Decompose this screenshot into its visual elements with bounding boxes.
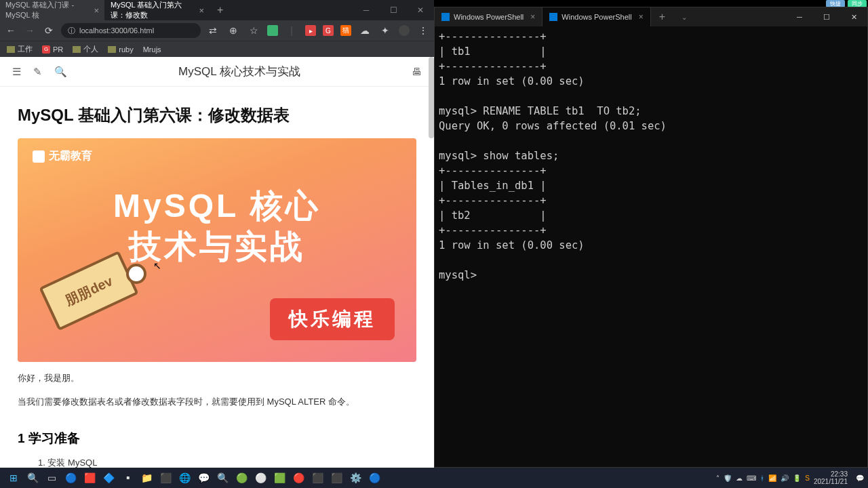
bookmark-work[interactable]: 工作 xyxy=(7,44,33,54)
divider: | xyxy=(285,25,298,36)
menu-icon[interactable]: ⋮ xyxy=(416,25,430,36)
profile-icon[interactable] xyxy=(399,25,410,36)
notif-icon[interactable]: 💬 xyxy=(856,474,864,482)
maximize-button[interactable]: ☐ xyxy=(813,7,840,26)
tray-chevron-icon[interactable]: ˄ xyxy=(716,474,719,482)
print-icon[interactable]: 🖶 xyxy=(412,66,422,77)
app-icon[interactable]: ⬛ xyxy=(309,469,326,487)
ext-cloud-icon[interactable]: ☁ xyxy=(358,25,372,36)
bookmark-mrujs[interactable]: Mrujs xyxy=(143,45,161,54)
brand-label: 无霸教育 xyxy=(33,149,92,163)
banner-tag: 朋朋dev xyxy=(45,233,153,342)
folder-icon xyxy=(7,46,15,53)
brush-icon[interactable]: ✎ xyxy=(33,66,42,78)
close-icon[interactable]: × xyxy=(94,5,99,16)
tray-icon[interactable]: ⌨ xyxy=(747,474,756,482)
browser-tab-0[interactable]: MySQL 基础入门课 - MySQL 核 × xyxy=(0,0,105,20)
app-icon[interactable]: 🟢 xyxy=(233,469,250,487)
scrollbar[interactable] xyxy=(429,57,434,138)
cursor-icon: ↖ xyxy=(153,260,161,271)
search-app-icon[interactable]: 🔍 xyxy=(214,469,231,487)
taskview-icon[interactable]: ▭ xyxy=(43,469,60,487)
bookmark-ruby[interactable]: ruby xyxy=(108,45,133,54)
clock[interactable]: 22:33 2021/11/21 xyxy=(814,470,852,485)
app-icon[interactable]: 🔷 xyxy=(100,469,117,487)
terminal-window: Windows PowerShell × Windows PowerShell … xyxy=(434,7,868,468)
forward-button[interactable]: → xyxy=(23,25,37,36)
ext-orange-icon[interactable]: 猫 xyxy=(340,25,351,36)
app-icon[interactable]: 🔵 xyxy=(62,469,79,487)
close-icon[interactable]: × xyxy=(639,12,644,22)
search-icon[interactable]: 🔍 xyxy=(24,469,41,487)
tag-label: 朋朋dev xyxy=(39,251,138,331)
ext-puzzle-icon[interactable]: ✦ xyxy=(378,25,392,36)
tray-wifi-icon[interactable]: 📶 xyxy=(768,474,776,482)
extension-icons: ⇄ ⊕ ☆ | ▸ G 猫 ☁ ✦ ⋮ xyxy=(206,25,430,36)
maximize-button[interactable]: ☐ xyxy=(380,0,407,20)
close-icon[interactable]: × xyxy=(530,12,535,22)
g-icon: G xyxy=(42,45,50,54)
terminal-tab-0[interactable]: Windows PowerShell × xyxy=(435,7,542,26)
ext-green-icon[interactable] xyxy=(267,25,278,36)
menu-icon[interactable]: ☰ xyxy=(12,66,21,78)
terminal-tab-bar: Windows PowerShell × Windows PowerShell … xyxy=(435,7,867,26)
browser-window: MySQL 基础入门课 - MySQL 核 × MySQL 基础入门第六课：修改… xyxy=(0,0,434,468)
minimize-button[interactable]: ─ xyxy=(786,7,813,26)
article-heading: MySQL 基础入门第六课：修改数据表 xyxy=(18,104,416,126)
minimize-button[interactable]: ─ xyxy=(353,0,380,20)
app-icon[interactable]: 🔴 xyxy=(290,469,307,487)
tray-bluetooth-icon[interactable]: ᚼ xyxy=(760,474,764,482)
powershell-icon xyxy=(441,13,450,21)
start-button[interactable]: ⊞ xyxy=(5,469,22,487)
tray-icon[interactable]: ☁ xyxy=(736,474,743,482)
cta-badge: 快乐编程 xyxy=(270,298,395,340)
paragraph: 当我们需要修改数据表名或者修改数据表字段时，就需要使用到 MySQL ALTER… xyxy=(18,395,416,409)
terminal-tab-1[interactable]: Windows PowerShell × xyxy=(542,7,650,26)
ring-icon xyxy=(126,264,146,284)
system-tray: ˄ 🛡️ ☁ ⌨ ᚼ 📶 🔊 🔋 S 22:33 2021/11/21 💬 xyxy=(716,470,864,485)
search-icon[interactable]: 🔍 xyxy=(54,66,67,78)
close-button[interactable]: ✕ xyxy=(840,7,867,26)
course-banner: 无霸教育 MySQL 核心技术与实战 朋朋dev 快乐编程 ↖ xyxy=(18,138,416,362)
url-text: localhost:3000/06.html xyxy=(79,26,154,35)
dropdown-icon[interactable]: ⌄ xyxy=(673,14,695,21)
url-input[interactable]: ⓘ localhost:3000/06.html xyxy=(61,23,201,38)
excel-icon[interactable]: 🟩 xyxy=(271,469,288,487)
terminal-output[interactable]: +---------------+ | tb1 | +-------------… xyxy=(435,26,867,467)
reload-button[interactable]: ⟳ xyxy=(42,25,56,36)
terminal-icon[interactable]: ⬛ xyxy=(157,469,174,487)
browser-tab-1[interactable]: MySQL 基础入门第六课：修改数 × xyxy=(105,0,210,20)
wechat-icon[interactable]: 💬 xyxy=(195,469,212,487)
tray-icon[interactable]: S xyxy=(805,474,810,482)
app-icon[interactable]: 🟥 xyxy=(81,469,98,487)
close-button[interactable]: ✕ xyxy=(407,0,434,20)
app-icon[interactable]: ⚙️ xyxy=(347,469,364,487)
explorer-icon[interactable]: 📁 xyxy=(138,469,155,487)
bookmark-personal[interactable]: 个人 xyxy=(73,44,98,54)
folder-icon xyxy=(108,46,116,53)
close-icon[interactable]: × xyxy=(199,5,204,16)
ext-red2-icon[interactable]: G xyxy=(323,25,334,36)
tab-title: MySQL 基础入门课 - MySQL 核 xyxy=(5,0,90,20)
app-icon[interactable]: ⚪ xyxy=(252,469,269,487)
new-tab-button[interactable]: + xyxy=(651,11,673,23)
translate-icon[interactable]: ⇄ xyxy=(206,25,220,36)
tab-label: Windows PowerShell xyxy=(454,13,524,21)
app-icon[interactable]: ⬛ xyxy=(328,469,345,487)
back-button[interactable]: ← xyxy=(4,25,18,36)
paragraph: 你好，我是朋。 xyxy=(18,371,416,386)
star-icon[interactable]: ☆ xyxy=(247,25,260,36)
address-bar: ← → ⟳ ⓘ localhost:3000/06.html ⇄ ⊕ ☆ | ▸… xyxy=(0,20,434,41)
zoom-icon[interactable]: ⊕ xyxy=(226,25,240,36)
chrome-icon[interactable]: 🌐 xyxy=(176,469,193,487)
tray-battery-icon[interactable]: 🔋 xyxy=(793,474,801,482)
tray-volume-icon[interactable]: 🔊 xyxy=(781,474,789,482)
ext-red1-icon[interactable]: ▸ xyxy=(305,25,316,36)
section-heading: 1 学习准备 xyxy=(18,430,416,447)
app-icon[interactable]: ▫️ xyxy=(119,469,136,487)
tray-icon[interactable]: 🛡️ xyxy=(724,474,732,482)
new-tab-button[interactable]: + xyxy=(210,0,230,20)
app-icon[interactable]: 🔵 xyxy=(366,469,383,487)
page-content: ☰ ✎ 🔍 MySQL 核心技术与实战 🖶 MySQL 基础入门第六课：修改数据… xyxy=(0,57,434,468)
bookmark-pr[interactable]: GPR xyxy=(42,45,63,54)
